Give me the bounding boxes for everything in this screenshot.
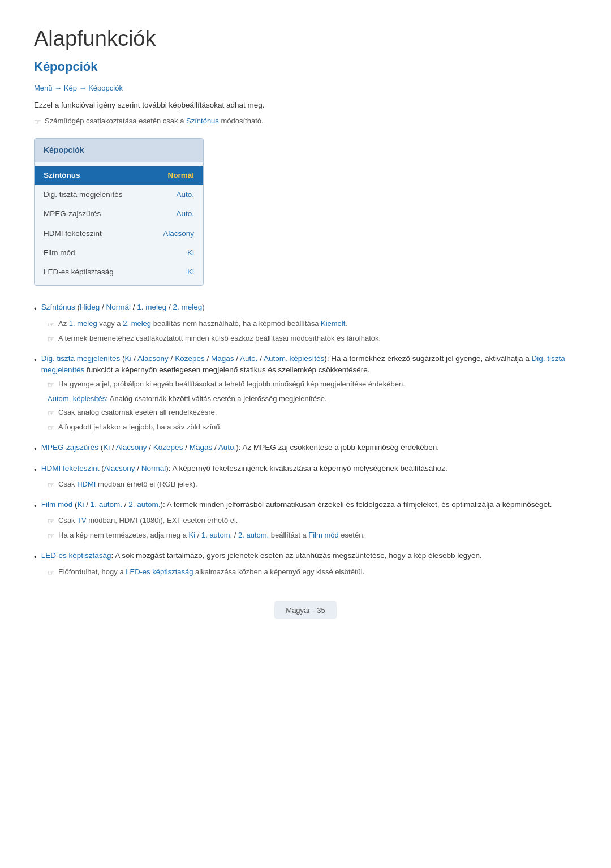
link-szintonus[interactable]: Színtónus (41, 303, 75, 311)
menu-row-led[interactable]: LED-es képtisztaság Ki (35, 263, 203, 282)
link-dig-ki[interactable]: Ki (125, 354, 132, 363)
menu-header: Képopciók (35, 139, 203, 162)
bullet-dot: • (34, 501, 37, 512)
note-icon: ☞ (34, 116, 41, 128)
link-film-1autom[interactable]: 1. autom. (91, 500, 122, 509)
link-tv-mod[interactable]: TV (77, 516, 87, 525)
page-title: Alapfunkciók (34, 23, 577, 55)
menu-row-szintonus[interactable]: Színtónus Normál (35, 166, 203, 185)
breadcrumb-kepopciok[interactable]: Képopciók (88, 84, 123, 92)
link-mpeg[interactable]: MPEG-zajszűrés (41, 443, 98, 452)
bullet-main-hdmi: • HDMI feketeszint (Alacsony / Normál): … (34, 463, 577, 476)
menu-label-film: Film mód (44, 247, 75, 259)
link-hdmi-mod[interactable]: HDMI (77, 480, 96, 488)
sub-note-film-1: ☞ Csak TV módban, HDMI (1080i), EXT eset… (48, 515, 577, 527)
link-mpeg-ki[interactable]: Ki (103, 443, 110, 452)
link-film-ki[interactable]: Ki (78, 500, 84, 509)
link-dig[interactable]: Dig. tiszta megjelenítés (41, 354, 121, 363)
note-icon: ☞ (48, 515, 55, 527)
link-2meleg-sub[interactable]: 2. meleg (123, 319, 151, 328)
bullet-dot: • (34, 355, 37, 376)
menu-value-dig: Auto. (176, 189, 194, 200)
menu-label-dig: Dig. tiszta megjelenítés (44, 189, 123, 200)
note-icon: ☞ (48, 379, 55, 391)
note-line-main: ☞ Számítógép csatlakoztatása esetén csak… (34, 115, 577, 128)
bullet-led: • LED-es képtisztaság: A sok mozgást tar… (34, 550, 577, 578)
link-film-2autom2[interactable]: 2. autom. (238, 531, 269, 539)
note-icon: ☞ (48, 530, 55, 542)
bullet-main-film: • Film mód (Ki / 1. autom. / 2. autom.):… (34, 499, 577, 512)
bullet-dot: • (34, 303, 37, 315)
menu-row-dig[interactable]: Dig. tiszta megjelenítés Auto. (35, 185, 203, 204)
link-film-ki2[interactable]: Ki (189, 531, 196, 539)
sub-note-szintonus-2: ☞ A termék bemenetéhez csatlakoztatott m… (48, 333, 577, 345)
sub-note-led-1: ☞ Előfordulhat, hogy a LED-es képtisztas… (48, 566, 577, 579)
sub-note-szintonus-1: ☞ Az 1. meleg vagy a 2. meleg beállítás … (48, 318, 577, 330)
link-dig-kozepes[interactable]: Közepes (175, 354, 205, 363)
menu-label-led: LED-es képtisztaság (44, 267, 114, 278)
link-mpeg-alacsony[interactable]: Alacsony (116, 443, 147, 452)
footer-box: Magyar - 35 (274, 601, 336, 620)
link-hdmi-fek[interactable]: HDMI feketeszint (41, 464, 100, 472)
breadcrumb-menu[interactable]: Menü (34, 84, 53, 92)
menu-label-hdmi: HDMI feketeszint (44, 228, 102, 239)
menu-row-mpeg[interactable]: MPEG-zajszűrés Auto. (35, 204, 203, 224)
section-title: Képopciók (34, 57, 577, 76)
link-1meleg[interactable]: 1. meleg (137, 303, 166, 311)
link-film-mod[interactable]: Film mód (41, 500, 73, 509)
link-mpeg-auto[interactable]: Auto. (218, 443, 236, 452)
breadcrumb: Menü → Kép → Képopciók (34, 83, 577, 94)
note-icon: ☞ (48, 567, 55, 579)
sub-note-hdmi-1: ☞ Csak HDMI módban érhető el (RGB jelek)… (48, 479, 577, 491)
sub-note-dig-3: ☞ Csak analóg csatornák esetén áll rende… (48, 407, 577, 419)
link-mpeg-kozepes[interactable]: Közepes (153, 443, 183, 452)
sub-note-film-2: ☞ Ha a kép nem természetes, adja meg a K… (48, 530, 577, 542)
link-film-1autom2[interactable]: 1. autom. (201, 531, 232, 539)
footer-text: Magyar - 35 (286, 606, 325, 615)
link-dig-autom[interactable]: Autom. képiesítés (264, 354, 324, 363)
link-led-sub[interactable]: LED-es képtisztaság (126, 568, 193, 576)
link-film-2autom[interactable]: 2. autom. (128, 500, 160, 509)
menu-row-hdmi[interactable]: HDMI feketeszint Alacsony (35, 224, 203, 243)
note-icon: ☞ (48, 479, 55, 491)
bullet-dot: • (34, 552, 37, 563)
link-1meleg-sub[interactable]: 1. meleg (69, 319, 97, 328)
link-dig-auto[interactable]: Auto. (240, 354, 258, 363)
breadcrumb-kep[interactable]: Kép (64, 84, 77, 92)
note-icon: ☞ (48, 407, 55, 419)
footer: Magyar - 35 (34, 601, 577, 620)
menu-body: Színtónus Normál Dig. tiszta megjeleníté… (35, 162, 203, 286)
link-mpeg-magas[interactable]: Magas (190, 443, 213, 452)
bullet-main-led: • LED-es képtisztaság: A sok mozgást tar… (34, 550, 577, 563)
link-dig-magas[interactable]: Magas (211, 354, 234, 363)
bullet-dot: • (34, 465, 37, 476)
link-hideg[interactable]: Hideg (80, 303, 100, 311)
bullet-dig: • Dig. tiszta megjelenítés (Ki / Alacson… (34, 353, 577, 434)
sub-note-dig-4: ☞ A fogadott jel akkor a legjobb, ha a s… (48, 422, 577, 434)
link-dig-alacsony[interactable]: Alacsony (137, 354, 169, 363)
link-hdmi-normal[interactable]: Normál (141, 464, 166, 472)
menu-value-szintonus: Normál (167, 170, 194, 181)
menu-label-szintonus: Színtónus (44, 170, 80, 181)
menu-box: Képopciók Színtónus Normál Dig. tiszta m… (34, 138, 204, 286)
menu-value-hdmi: Alacsony (163, 228, 194, 239)
sub-plain-dig-2: Autom. képiesítés: Analóg csatornák közö… (48, 393, 577, 405)
note-icon: ☞ (48, 422, 55, 434)
link-film-mod2[interactable]: Film mód (308, 531, 338, 539)
link-autom-kepiesites[interactable]: Autom. képiesítés (48, 394, 106, 403)
bullet-mpeg: • MPEG-zajszűrés (Ki / Alacsony / Közepe… (34, 442, 577, 455)
note-szintonus-link[interactable]: Színtónus (186, 117, 219, 125)
bullet-szintonus: • Színtónus (Hideg / Normál / 1. meleg /… (34, 302, 577, 345)
note-icon: ☞ (48, 333, 55, 345)
bullet-film: • Film mód (Ki / 1. autom. / 2. autom.):… (34, 499, 577, 542)
link-2meleg[interactable]: 2. meleg (173, 303, 202, 311)
bullet-main-szintonus: • Színtónus (Hideg / Normál / 1. meleg /… (34, 302, 577, 315)
link-kiemelt[interactable]: Kiemelt (321, 319, 345, 328)
link-normal[interactable]: Normál (106, 303, 131, 311)
bullet-main-dig: • Dig. tiszta megjelenítés (Ki / Alacson… (34, 353, 577, 376)
note-icon: ☞ (48, 319, 55, 330)
menu-value-led: Ki (187, 267, 194, 278)
menu-row-film[interactable]: Film mód Ki (35, 243, 203, 263)
link-led[interactable]: LED-es képtisztaság (41, 551, 111, 560)
link-hdmi-alacsony[interactable]: Alacsony (104, 464, 135, 472)
